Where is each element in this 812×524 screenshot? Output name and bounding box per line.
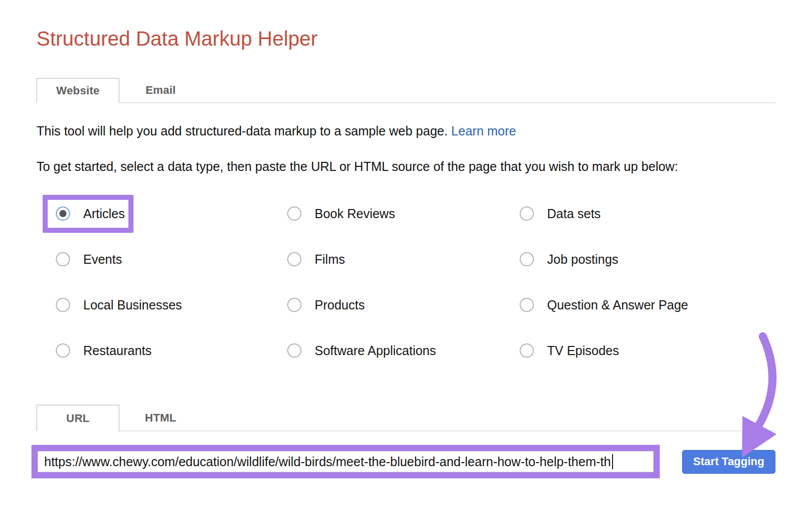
- data-type-option-job-postings[interactable]: Job postings: [506, 240, 627, 278]
- data-type-options: Articles Events Local Businesses Restaur…: [37, 191, 775, 373]
- data-type-option-products[interactable]: Products: [274, 286, 374, 324]
- radio-icon[interactable]: [520, 206, 534, 221]
- tab-email[interactable]: Email: [119, 78, 202, 102]
- intro-sentence: This tool will help you add structured-d…: [37, 124, 448, 138]
- radio-icon[interactable]: [56, 252, 70, 266]
- option-label: TV Episodes: [547, 343, 619, 358]
- radio-icon[interactable]: [520, 298, 534, 312]
- radio-icon[interactable]: [520, 343, 534, 358]
- page-title: Structured Data Markup Helper: [37, 27, 775, 50]
- data-type-option-software-applications[interactable]: Software Applications: [274, 332, 445, 370]
- option-label: Restaurants: [83, 343, 152, 358]
- start-tagging-button[interactable]: Start Tagging: [682, 450, 775, 474]
- url-highlight-annotation: https://www.chewy.com/education/wildlife…: [31, 445, 660, 478]
- option-label: Job postings: [547, 252, 618, 267]
- data-type-option-book-reviews[interactable]: Book Reviews: [274, 195, 403, 233]
- instruction-text: To get started, select a data type, then…: [37, 159, 775, 174]
- data-type-option-articles[interactable]: Articles: [43, 195, 133, 233]
- radio-icon[interactable]: [520, 252, 534, 266]
- data-type-option-restaurants[interactable]: Restaurants: [43, 332, 160, 370]
- url-input[interactable]: https://www.chewy.com/education/wildlife…: [38, 451, 654, 472]
- option-label: Book Reviews: [315, 206, 395, 221]
- structured-data-markup-helper-page: Structured Data Markup Helper Website Em…: [0, 0, 812, 524]
- option-label: Films: [315, 252, 345, 267]
- option-label: Question & Answer Page: [547, 298, 688, 312]
- radio-icon[interactable]: [287, 252, 301, 266]
- tab-html[interactable]: HTML: [119, 405, 202, 431]
- learn-more-link[interactable]: Learn more: [451, 124, 516, 138]
- text-cursor: [612, 454, 613, 469]
- option-label: Events: [83, 252, 122, 267]
- data-type-option-films[interactable]: Films: [274, 240, 354, 278]
- url-entry-row: https://www.chewy.com/education/wildlife…: [37, 445, 775, 478]
- option-label: Local Businesses: [83, 298, 182, 312]
- tab-url[interactable]: URL: [37, 405, 119, 431]
- option-label: Articles: [83, 206, 125, 221]
- data-type-option-question-answer-page[interactable]: Question & Answer Page: [506, 286, 697, 324]
- top-tab-bar: Website Email: [37, 78, 775, 103]
- radio-icon[interactable]: [56, 298, 70, 312]
- radio-icon[interactable]: [287, 343, 301, 358]
- option-label: Products: [315, 298, 365, 312]
- data-type-option-tv-episodes[interactable]: TV Episodes: [506, 332, 628, 370]
- data-type-option-events[interactable]: Events: [43, 240, 130, 278]
- data-type-option-data-sets[interactable]: Data sets: [506, 195, 610, 233]
- data-type-option-local-businesses[interactable]: Local Businesses: [43, 286, 191, 324]
- radio-icon[interactable]: [56, 343, 70, 358]
- radio-icon[interactable]: [287, 298, 301, 312]
- option-label: Data sets: [547, 206, 601, 221]
- radio-icon[interactable]: [287, 206, 301, 221]
- intro-text: This tool will help you add structured-d…: [37, 123, 775, 138]
- tab-website[interactable]: Website: [37, 78, 119, 103]
- source-tab-bar: URL HTML: [37, 405, 775, 431]
- option-label: Software Applications: [315, 343, 436, 358]
- radio-selected-icon[interactable]: [56, 206, 70, 221]
- url-input-value: https://www.chewy.com/education/wildlife…: [44, 455, 611, 469]
